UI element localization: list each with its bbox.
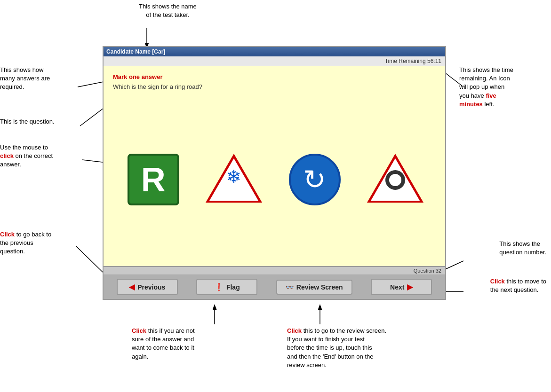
previous-arrow-icon: ◀ [129, 282, 135, 291]
annotation-title-name: This shows the name of the test taker. [139, 2, 197, 19]
annotation-question: This is the question. [0, 118, 55, 126]
ring-symbol [385, 170, 405, 190]
timer-label: Time Remaining 56:11 [385, 58, 441, 64]
window-title: Candidate Name [Car] [106, 48, 165, 55]
answer-option-3[interactable]: ↻ [277, 142, 352, 217]
question-number-label: Question 32 [414, 268, 441, 274]
snowflake-symbol: ❄ [226, 168, 241, 186]
answers-row: R ❄ ↻ [113, 100, 436, 259]
toolbar: Question 32 ◀ Previous ❗ Flag 👓 Review S… [104, 266, 445, 299]
toolbar-buttons: ◀ Previous ❗ Flag 👓 Review Screen Next ▶ [104, 275, 445, 299]
previous-label: Previous [137, 283, 165, 291]
sign-ring [367, 154, 423, 205]
annotation-flag: Click this if you are not sure of the an… [132, 327, 195, 361]
flag-icon: ❗ [214, 282, 224, 291]
sign-snow: ❄ [206, 154, 262, 205]
annotation-review: Click this to go to the review screen. I… [287, 327, 386, 369]
next-arrow-icon: ▶ [407, 282, 413, 291]
answer-option-2[interactable]: ❄ [196, 142, 272, 217]
sign-roundabout: ↻ [289, 154, 341, 205]
review-label: Review Screen [296, 283, 343, 291]
next-button[interactable]: Next ▶ [371, 279, 432, 295]
question-number-bar: Question 32 [104, 267, 445, 275]
sign-r: R [128, 154, 179, 205]
timer-bar: Time Remaining 56:11 [104, 56, 445, 66]
annotation-question-number: This shows the question number. [499, 240, 546, 257]
answer-option-4[interactable] [358, 142, 433, 217]
mark-answer-label: Mark one answer [113, 73, 436, 80]
annotation-click-back: Click to go back to the previous questio… [0, 230, 51, 256]
question-text: Which is the sign for a ring road? [113, 83, 436, 90]
review-icon: 👓 [286, 283, 294, 291]
roundabout-symbol: ↻ [303, 164, 326, 196]
annotation-time-remaining: This shows the time remaining. An Icon w… [459, 66, 546, 109]
flag-button[interactable]: ❗ Flag [196, 279, 257, 295]
previous-button[interactable]: ◀ Previous [117, 279, 178, 295]
next-label: Next [390, 283, 404, 291]
annotation-click-next: Click this to move to the next question. [490, 277, 546, 294]
annotation-mouse-click: Use the mouse to click on the correct an… [0, 143, 53, 169]
test-window: Candidate Name [Car] Time Remaining 56:1… [103, 46, 446, 300]
title-bar: Candidate Name [Car] [104, 47, 445, 56]
annotation-many-answers: This shows how many answers are required… [0, 66, 50, 92]
flag-label: Flag [226, 283, 240, 291]
review-button[interactable]: 👓 Review Screen [276, 280, 352, 295]
question-area: Mark one answer Which is the sign for a … [104, 66, 445, 266]
answer-option-1[interactable]: R [116, 142, 191, 217]
